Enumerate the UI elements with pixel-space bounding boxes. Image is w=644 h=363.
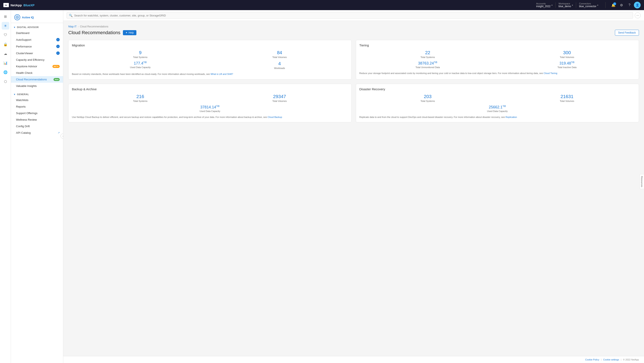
cookie-settings-link[interactable]: Cookie settings: [603, 358, 619, 361]
sidebar-item-watchlists[interactable]: Watchlists: [11, 97, 63, 103]
search-menu-button[interactable]: ⋯: [635, 13, 641, 18]
main-content: 🔍 ⋯ Ntap IT › Cloud Recommendations Clou…: [63, 10, 644, 363]
icon-bar-cloud[interactable]: ☁: [2, 50, 9, 57]
sidebar-item-clusterviewer[interactable]: ClusterViewer i: [11, 50, 63, 57]
sidebar-item-support[interactable]: Support Offerings: [11, 110, 63, 116]
sidebar-item-healthcheck[interactable]: Health Check: [11, 70, 63, 76]
sidebar-item-reports[interactable]: Reports: [11, 103, 63, 110]
help-button[interactable]: ?: [626, 2, 633, 9]
migration-total-volumes: 84 Total Volumes: [211, 50, 348, 59]
workspace-value: blue_demo: [559, 5, 571, 8]
tiering-title: Tiering: [360, 44, 636, 47]
autosupport-badge: i: [56, 38, 60, 41]
cookie-policy-link[interactable]: Cookie Policy: [585, 358, 599, 361]
tiering-unmonitored-label: Total Unmonitored Data: [360, 66, 496, 69]
active-iq-label: Active IQ: [22, 16, 34, 19]
active-iq-icon: [14, 14, 20, 20]
shield-icon: 🛡: [4, 33, 7, 37]
settings-button[interactable]: ⚙: [618, 2, 625, 9]
migration-workloads-value: 4: [211, 61, 348, 67]
backup-systems-label: Total Systems: [72, 100, 209, 102]
tiering-systems-value: 22: [360, 50, 496, 56]
search-input[interactable]: [74, 14, 631, 17]
svg-point-2: [16, 16, 19, 19]
disaster-description: Replicate data to and from the cloud to …: [360, 115, 636, 119]
cloud-icon: ☁: [4, 52, 7, 56]
cloud-new-badge: New: [54, 78, 60, 81]
sidebar-item-keystone[interactable]: Keystone Advisor BETA: [11, 63, 63, 70]
disaster-capacity-label: Used Data Capacity: [360, 110, 636, 112]
accounts-dropdown[interactable]: Accounts insight_2022 ▾: [533, 2, 556, 8]
disaster-title: Disaster Recovery: [360, 87, 636, 91]
migration-stats: 9 Total Systems 84 Total Volumes 177.4Ti…: [72, 50, 348, 69]
disaster-capacity-value: 25662.1TiB: [360, 105, 636, 110]
disaster-systems-label: Total Systems: [360, 100, 496, 102]
icon-bar-chart[interactable]: 📊: [2, 59, 9, 67]
clusterviewer-label: ClusterViewer: [16, 52, 33, 55]
tiering-card: Tiering 22 Total Systems 300 Total Volum…: [356, 40, 639, 80]
sidebar-item-cloud[interactable]: Cloud Recommendations New: [11, 76, 63, 83]
workspace-dropdown[interactable]: Workspace blue_demo ▾: [556, 2, 576, 8]
app-logo[interactable]: N■ NetApp BlueXP: [3, 3, 34, 7]
content-area: Ntap IT › Cloud Recommendations Cloud Re…: [63, 21, 644, 356]
migration-description: Based on industry standards, these workl…: [72, 72, 348, 76]
accounts-label: Accounts: [536, 2, 550, 5]
reports-label: Reports: [16, 105, 26, 108]
external-link-icon: ↗: [58, 131, 60, 134]
icon-bar-home[interactable]: ⊞: [2, 13, 9, 20]
icon-bar-nodes[interactable]: ⬡: [2, 78, 9, 85]
icon-bar-shield[interactable]: 🛡: [2, 31, 9, 39]
tiering-inactive-label: Total Inactive Data: [498, 66, 635, 69]
search-input-wrapper[interactable]: 🔍: [66, 12, 633, 19]
backup-capacity-label: Used Data Capacity: [72, 110, 348, 112]
sidebar-item-dashboard[interactable]: Dashboard: [11, 30, 63, 36]
notifications-button[interactable]: 🔔 1: [610, 2, 617, 9]
sidebar-item-capacity[interactable]: Capacity and Efficiency: [11, 57, 63, 63]
breadcrumb-parent[interactable]: Ntap IT: [68, 25, 76, 28]
backup-link[interactable]: Cloud Backup: [268, 116, 282, 118]
accounts-chevron-icon: ▾: [552, 4, 552, 6]
sidebar-collapse-button[interactable]: ‹: [60, 134, 63, 139]
sidebar-item-performance[interactable]: Performance i: [11, 43, 63, 50]
question-icon: ?: [628, 3, 630, 7]
connectors-dropdown[interactable]: Connectors blue_connector ▾: [576, 2, 601, 8]
autosupport-label: AutoSupport: [16, 38, 31, 41]
migration-capacity: 177.4TiB Used Data Capacity: [72, 61, 209, 69]
sidebar-active-iq-header[interactable]: Active IQ: [11, 13, 63, 23]
workspace-chevron-icon: ▾: [572, 4, 573, 6]
sidebar-item-config[interactable]: Config Drift: [11, 123, 63, 130]
general-section-arrow: ▼: [14, 93, 16, 96]
sidebar-item-api[interactable]: API Catalog ↗: [11, 130, 63, 136]
disaster-link[interactable]: Replication: [506, 116, 517, 118]
resources-tab[interactable]: Resources: [640, 174, 644, 189]
home-icon: ⊞: [4, 15, 7, 19]
digital-advisor-label: DIGITAL ADVISOR: [17, 26, 38, 29]
migration-total-systems: 9 Total Systems: [72, 50, 209, 59]
migration-link[interactable]: What is Lift and Shift?: [210, 73, 233, 75]
search-icon: 🔍: [69, 14, 72, 17]
disaster-card: Disaster Recovery 203 Total Systems 2163…: [356, 84, 639, 123]
tiering-link[interactable]: Cloud Tiering: [544, 72, 557, 75]
netapp-logo-icon: N■: [3, 3, 9, 7]
connectors-label: Connectors: [579, 2, 596, 5]
sidebar-item-valuable[interactable]: Valuable Insights: [11, 83, 63, 89]
user-icon: 👤: [636, 3, 639, 7]
performance-label: Performance: [16, 45, 32, 48]
sidebar-item-wellness[interactable]: Wellness Review: [11, 116, 63, 123]
icon-bar-active-iq[interactable]: ✳: [2, 22, 9, 30]
tiering-stats: 22 Total Systems 300 Total Volumes 38763…: [360, 50, 636, 69]
migration-workloads: 4 Workloads: [211, 61, 348, 69]
disaster-systems-value: 203: [360, 94, 496, 99]
digital-advisor-section-header[interactable]: ▼ DIGITAL ADVISOR: [11, 25, 63, 30]
capacity-label: Capacity and Efficiency: [16, 58, 44, 61]
icon-bar-globe[interactable]: 🌐: [2, 68, 9, 76]
sidebar-item-autosupport[interactable]: AutoSupport i: [11, 36, 63, 43]
migration-title: Migration: [72, 44, 348, 47]
icon-bar-lock[interactable]: 🔒: [2, 41, 9, 48]
tiering-description: Reduce your storage footprint and associ…: [360, 72, 636, 75]
send-feedback-button[interactable]: Send Feedback: [615, 30, 639, 36]
user-avatar-button[interactable]: 👤: [634, 2, 641, 9]
help-button[interactable]: ✦ Help: [123, 30, 136, 35]
backup-capacity: 37814.14TiB Used Data Capacity: [72, 105, 348, 112]
general-section-header[interactable]: ▼ GENERAL: [11, 92, 63, 97]
